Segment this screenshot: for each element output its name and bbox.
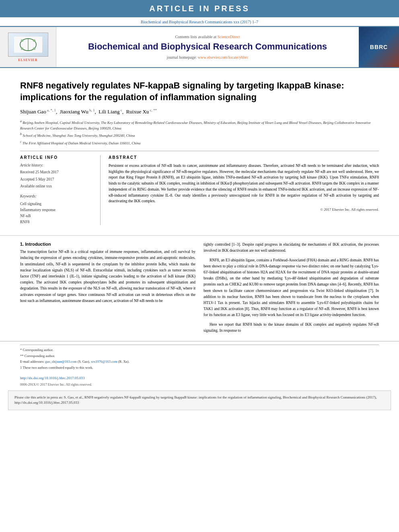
journal-header-left: ELSEVIER: [0, 27, 56, 67]
author-2-name: Jiaoxiang Wu: [60, 109, 88, 115]
info-abstract-section: ARTICLE INFO Article history: Received 2…: [20, 151, 379, 225]
keyword-1: Cell signaling: [20, 201, 94, 207]
received-date: Received 25 March 2017: [20, 170, 94, 175]
footnote-emails: E-mail addresses: gao_shijuan@163.com (S…: [20, 359, 379, 364]
copyright-footer: 0006-291X/© 2017 Elsevier Inc. All right…: [0, 382, 399, 387]
available-online: Available online xxx: [20, 184, 94, 189]
author-2-sup: b, 1: [88, 108, 95, 112]
keywords-section: Keywords: Cell signaling Inflammatory re…: [20, 194, 94, 225]
sciencedirect-line: Contents lists available at ScienceDirec…: [175, 35, 240, 39]
keywords-label: Keywords:: [20, 194, 94, 199]
svg-point-6: [33, 47, 35, 50]
elsevier-label: ELSEVIER: [18, 58, 37, 62]
svg-point-4: [33, 39, 35, 42]
intro-para-2: tightly controlled [1–3]. Despite rapid …: [204, 242, 379, 254]
affil-1: a Beijing Anzhen Hospital, Capital Medic…: [20, 119, 379, 131]
sciencedirect-label: Contents lists available at: [175, 35, 216, 39]
affil-2: b School of Medicine, Shanghai Jiao Tong…: [20, 132, 379, 139]
intro-para-4: Here we report that RNF8 binds to the ki…: [204, 322, 379, 334]
citation-box: Please cite this article in press as: S.…: [8, 390, 391, 410]
accepted-date: Accepted 5 May 2017: [20, 177, 94, 182]
section-divider: [0, 235, 399, 236]
journal-title: Biochemical and Biophysical Research Com…: [88, 41, 327, 52]
footnote-divider: [20, 345, 379, 345]
keywords-label-text: Keywords:: [20, 194, 37, 198]
article-in-press-banner: ARTICLE IN PRESS: [0, 0, 399, 17]
author-1-sup: a, *, 1: [46, 108, 56, 112]
author-1-name: Shijuan Gao: [20, 109, 46, 115]
homepage-link[interactable]: www.elsevier.com/locate/ybbrc: [198, 55, 249, 60]
introduction-heading: 1. Introduction: [20, 242, 195, 246]
banner-text: ARTICLE IN PRESS: [149, 4, 250, 13]
keywords-list: Cell signaling Inflammatory response NF-…: [20, 201, 94, 226]
footnote-equal-contrib: 1 These two authors contributed equally …: [20, 365, 379, 370]
bbrc-badge: BBRC: [370, 44, 388, 50]
article-history-label: Article history:: [20, 163, 94, 168]
journal-header-center: Contents lists available at ScienceDirec…: [56, 27, 359, 67]
footnote-corresponding-1: * Corresponding author.: [20, 347, 379, 353]
affiliations: a Beijing Anzhen Hospital, Capital Medic…: [20, 119, 379, 146]
citation-text: Please cite this article in press as: S.…: [14, 395, 377, 405]
keyword-2: Inflammatory response: [20, 207, 94, 213]
abstract-text: Persistent or excess activation of NF-κB…: [109, 163, 379, 204]
author-3-sup: c: [120, 108, 122, 112]
sciencedirect-link[interactable]: ScienceDirect: [217, 35, 240, 39]
journal-ref-line: Biochemical and Biophysical Research Com…: [0, 17, 399, 26]
body-col-left: 1. Introduction The transcription factor…: [20, 242, 195, 337]
footnote-corresponding-2: ** Corresponding author.: [20, 353, 379, 359]
journal-ref-text: Biochemical and Biophysical Research Com…: [141, 20, 258, 24]
doi-link[interactable]: http://dx.doi.org/10.1016/j.bbrc.2017.05…: [20, 376, 85, 380]
intro-col2-text: tightly controlled [1–3]. Despite rapid …: [204, 242, 379, 334]
svg-point-3: [21, 39, 23, 42]
abstract-column: ABSTRACT Persistent or excess activation…: [109, 155, 379, 225]
abstract-heading: ABSTRACT: [109, 155, 379, 160]
homepage-label: journal homepage:: [167, 55, 197, 60]
elsevier-logo: [8, 33, 48, 57]
history-label-text: Article history:: [20, 163, 43, 167]
author-4-name: Ruixue Xu: [126, 109, 149, 115]
email-2-link[interactable]: xrx1976@163.com: [91, 359, 117, 364]
email-1-link[interactable]: gao_shijuan@163.com: [45, 359, 76, 364]
svg-point-5: [21, 47, 23, 50]
author-4-sup: c, **: [149, 108, 157, 112]
intro-para-3: RNF8, an E3 ubiquitin ligase, contains a…: [204, 257, 379, 318]
email-2-name: (R. Xu).: [118, 359, 130, 364]
affil-3: c The First Affiliated Hospital of Dalia…: [20, 140, 379, 146]
main-content: RNF8 negatively regulates NF-kappaB sign…: [0, 68, 399, 229]
doi-line: http://dx.doi.org/10.1016/j.bbrc.2017.05…: [0, 374, 399, 382]
keyword-4: RNF8: [20, 219, 94, 225]
bbrc-text: BBRC: [370, 44, 388, 50]
article-info-column: ARTICLE INFO Article history: Received 2…: [20, 155, 101, 225]
page: ARTICLE IN PRESS Biochemical and Biophys…: [0, 0, 399, 532]
article-info-heading: ARTICLE INFO: [20, 155, 94, 160]
email-1-name: (S. Gao),: [78, 359, 90, 364]
body-col-right: tightly controlled [1–3]. Despite rapid …: [204, 242, 379, 337]
authors-line: Shijuan Gao a, *, 1, Jiaoxiang Wu b, 1, …: [20, 108, 379, 116]
journal-header: ELSEVIER Contents lists available at Sci…: [0, 26, 399, 68]
email-label: E-mail addresses:: [20, 359, 44, 364]
journal-header-right: BBRC: [359, 27, 399, 67]
article-title: RNF8 negatively regulates NF-kappaB sign…: [20, 80, 379, 103]
intro-para-1: The transcription factor NF-κB is a crit…: [20, 249, 195, 304]
body-content: 1. Introduction The transcription factor…: [0, 242, 399, 337]
author-3-name: Lili Liang: [99, 109, 119, 115]
abstract-copyright: © 2017 Elsevier Inc. All rights reserved…: [109, 207, 379, 212]
journal-homepage-line: journal homepage: www.elsevier.com/locat…: [167, 55, 248, 60]
footnotes-area: * Corresponding author. ** Corresponding…: [0, 341, 399, 374]
keyword-3: NF-κB: [20, 213, 94, 219]
elsevier-logo-svg: [14, 37, 42, 53]
intro-col1-text: The transcription factor NF-κB is a crit…: [20, 249, 195, 304]
